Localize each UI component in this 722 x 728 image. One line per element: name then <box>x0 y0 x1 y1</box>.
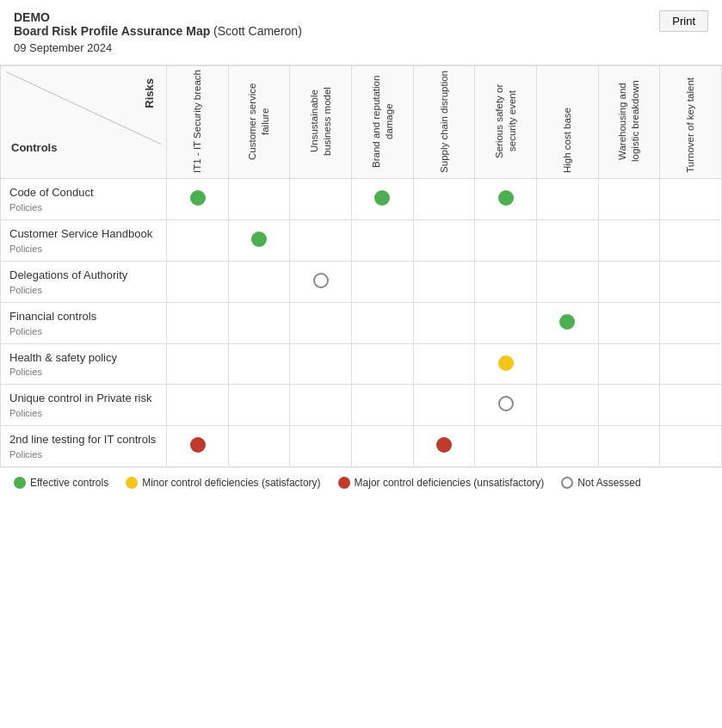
control-name: Health & safety policy <box>9 351 157 366</box>
cell-3-col9 <box>660 302 722 343</box>
cell-3-col1 <box>167 302 229 343</box>
col-header-col4: Brand and reputation damage <box>352 66 414 179</box>
legend-major: Major control deficiencies (unsatisfacto… <box>338 477 545 489</box>
corner-cell: Risks Controls <box>1 66 167 179</box>
cell-0-col4 <box>352 179 414 220</box>
control-cell-3: Financial controls Policies <box>1 302 167 343</box>
cell-4-col9 <box>660 343 722 385</box>
legend-not-assessed-label: Not Assessed <box>577 477 640 489</box>
cell-2-col3 <box>290 261 352 302</box>
control-cell-6: 2nd line testing for IT controls Policie… <box>1 426 167 467</box>
table-row: Code of Conduct Policies <box>1 179 722 220</box>
cell-4-col7 <box>537 343 599 385</box>
cell-6-col5 <box>413 426 475 467</box>
cell-1-col4 <box>352 219 414 261</box>
cell-2-col1 <box>167 261 229 302</box>
risks-label: Risks <box>143 78 156 108</box>
control-name: Customer Service Handbook <box>9 227 157 242</box>
page-title: Board Risk Profile Assurance Map (Scott … <box>14 24 302 38</box>
red-dot <box>190 437 206 453</box>
table-row: Customer Service Handbook Policies <box>1 219 722 261</box>
cell-2-col2 <box>228 261 290 302</box>
cell-2-col5 <box>413 261 475 302</box>
cell-3-col7 <box>537 302 599 343</box>
cell-2-col7 <box>537 261 599 302</box>
cell-4-col5 <box>413 343 475 385</box>
cell-5-col3 <box>290 385 352 426</box>
cell-6-col2 <box>228 426 290 467</box>
legend: Effective controls Minor control deficie… <box>0 467 722 497</box>
cell-2-col8 <box>598 261 660 302</box>
green-dot <box>559 314 575 330</box>
cell-0-col1 <box>167 179 229 220</box>
table-row: Financial controls Policies <box>1 302 722 343</box>
cell-1-col3 <box>290 219 352 261</box>
cell-1-col2 <box>228 219 290 261</box>
page-header: DEMO Board Risk Profile Assurance Map (S… <box>0 0 722 58</box>
cell-1-col8 <box>598 219 660 261</box>
cell-0-col9 <box>660 179 722 220</box>
control-type: Policies <box>9 285 157 295</box>
cell-5-col4 <box>352 385 414 426</box>
control-name: Delegations of Authority <box>9 268 157 283</box>
cell-6-col1 <box>167 426 229 467</box>
legend-minor: Minor control deficiencies (satisfactory… <box>126 477 320 489</box>
col-header-col8: Warehousing and logistic breakdown <box>598 66 660 179</box>
cell-4-col8 <box>598 343 660 385</box>
matrix-table-wrapper: Risks Controls IT1 - IT Security breachC… <box>0 65 722 467</box>
col-header-col9: Turnover of key talent <box>660 66 722 179</box>
control-type: Policies <box>9 244 157 254</box>
cell-1-col6 <box>475 219 537 261</box>
yellow-dot <box>498 355 514 371</box>
green-dot <box>251 231 267 247</box>
cell-0-col8 <box>598 179 660 220</box>
cell-6-col8 <box>598 426 660 467</box>
legend-green-dot <box>14 477 26 489</box>
header-title-block: DEMO Board Risk Profile Assurance Map (S… <box>14 10 302 54</box>
green-dot <box>374 190 390 206</box>
cell-4-col2 <box>228 343 290 385</box>
col-header-col7: High cost base <box>537 66 599 179</box>
cell-3-col5 <box>413 302 475 343</box>
cell-3-col8 <box>598 302 660 343</box>
cell-4-col1 <box>167 343 229 385</box>
print-button[interactable]: Print <box>659 10 708 32</box>
cell-6-col6 <box>475 426 537 467</box>
legend-major-label: Major control deficiencies (unsatisfacto… <box>355 477 545 489</box>
col-header-col5: Supply chain disruption <box>413 66 475 179</box>
cell-5-col1 <box>167 385 229 426</box>
green-dot <box>498 190 514 206</box>
table-row: Health & safety policy Policies <box>1 343 722 385</box>
cell-3-col2 <box>228 302 290 343</box>
legend-red-dot <box>338 477 350 489</box>
legend-effective-label: Effective controls <box>30 477 108 489</box>
control-type: Policies <box>9 408 157 418</box>
cell-1-col7 <box>537 219 599 261</box>
table-row: 2nd line testing for IT controls Policie… <box>1 426 722 467</box>
green-dot <box>190 190 206 206</box>
control-name: Code of Conduct <box>9 186 157 201</box>
red-dot <box>436 437 452 453</box>
cell-5-col8 <box>598 385 660 426</box>
legend-minor-label: Minor control deficiencies (satisfactory… <box>142 477 320 489</box>
control-name: 2nd line testing for IT controls <box>9 433 157 447</box>
control-cell-1: Customer Service Handbook Policies <box>1 219 167 261</box>
cell-5-col7 <box>537 385 599 426</box>
cell-5-col9 <box>660 385 722 426</box>
assurance-matrix-table: Risks Controls IT1 - IT Security breachC… <box>0 65 722 467</box>
control-type: Policies <box>9 367 157 377</box>
cell-0-col6 <box>475 179 537 220</box>
cell-0-col5 <box>413 179 475 220</box>
col-header-col2: Customer service failure <box>228 66 290 179</box>
cell-5-col5 <box>413 385 475 426</box>
cell-0-col2 <box>228 179 290 220</box>
controls-label: Controls <box>11 141 57 154</box>
control-type: Policies <box>9 202 157 213</box>
cell-1-col1 <box>167 219 229 261</box>
control-cell-5: Unique control in Private risk Policies <box>1 385 167 426</box>
cell-0-col3 <box>290 179 352 220</box>
cell-3-col6 <box>475 302 537 343</box>
org-name: DEMO <box>14 10 302 24</box>
cell-2-col6 <box>475 261 537 302</box>
empty-dot <box>498 396 514 411</box>
